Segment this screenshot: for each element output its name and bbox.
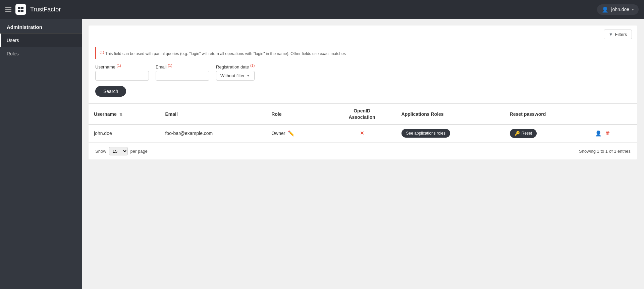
brand-name: TrustFactor xyxy=(30,6,61,13)
svg-rect-0 xyxy=(18,7,20,9)
hamburger-icon[interactable] xyxy=(5,7,11,12)
filters-button[interactable]: ▼ Filters xyxy=(604,30,632,39)
cell-openid: ✕ xyxy=(328,125,396,142)
chevron-down-icon: ▾ xyxy=(632,7,634,12)
show-label: Show xyxy=(95,149,106,154)
cell-app-roles: See applications roles xyxy=(396,125,504,142)
username-label: Username (1) xyxy=(95,63,149,69)
date-filter-dropdown[interactable]: Without filter ▾ xyxy=(216,71,255,81)
col-role: Role xyxy=(266,104,328,125)
svg-rect-1 xyxy=(21,7,23,9)
date-filter-value: Without filter xyxy=(220,73,245,78)
table-footer: Show 15 25 50 100 per page Showing 1 to … xyxy=(89,143,637,159)
user-menu[interactable]: 👤 john.doe ▾ xyxy=(597,4,639,15)
filters-button-label: Filters xyxy=(615,32,627,37)
table-container: Username ⇅ Email Role OpenIDAssociation xyxy=(89,103,637,142)
cell-email: foo-bar@example.com xyxy=(160,125,266,142)
navbar-left: TrustFactor xyxy=(5,4,61,15)
email-superscript: (1) xyxy=(168,63,172,67)
remove-user-icon[interactable]: 👤 xyxy=(595,130,602,137)
brand-logo xyxy=(15,4,26,15)
filter-form-row: Username (1) Email (1) xyxy=(95,63,631,81)
per-page-control: Show 15 25 50 100 per page xyxy=(95,147,148,155)
cell-username: john.doe xyxy=(89,125,160,142)
see-applications-roles-button[interactable]: See applications roles xyxy=(401,129,450,138)
col-actions xyxy=(590,104,637,125)
reset-password-button[interactable]: 🔑 Reset xyxy=(510,129,537,138)
user-menu-label: john.doe xyxy=(611,7,629,12)
col-reset-password: Reset password xyxy=(504,104,590,125)
username-input[interactable] xyxy=(95,71,149,81)
search-button[interactable]: Search xyxy=(95,86,126,97)
edit-role-icon[interactable]: ✏️ xyxy=(288,130,294,137)
table-header-row: Username ⇅ Email Role OpenIDAssociation xyxy=(89,104,637,125)
hint-text: (1) This field can be used with partial … xyxy=(95,47,631,59)
app-body: Administration Users Roles ▼ Filters (1)… xyxy=(0,19,644,289)
per-page-label: per page xyxy=(130,149,148,154)
col-app-roles: Applications Roles xyxy=(396,104,504,125)
filters-button-container: ▼ Filters xyxy=(89,26,637,39)
svg-rect-2 xyxy=(18,10,20,12)
filter-card: ▼ Filters (1) This field can be used wit… xyxy=(89,26,637,142)
cell-reset-password: 🔑 Reset xyxy=(504,125,590,142)
email-input[interactable] xyxy=(156,71,209,81)
svg-rect-3 xyxy=(21,10,23,12)
col-openid: OpenIDAssociation xyxy=(328,104,396,125)
sidebar: Administration Users Roles xyxy=(0,19,82,289)
username-group: Username (1) xyxy=(95,63,149,81)
delete-user-icon[interactable]: 🗑 xyxy=(605,130,610,136)
registration-date-superscript: (1) xyxy=(250,63,255,67)
sidebar-section-title: Administration xyxy=(0,19,82,34)
user-avatar-icon: 👤 xyxy=(602,6,608,13)
registration-date-group: Registration date (1) Without filter ▾ xyxy=(216,63,255,81)
key-icon: 🔑 xyxy=(515,131,520,136)
cell-role: Owner ✏️ xyxy=(266,125,328,142)
col-email: Email xyxy=(160,104,266,125)
sidebar-item-users-label: Users xyxy=(7,38,19,43)
col-username: Username ⇅ xyxy=(89,104,160,125)
filter-icon: ▼ xyxy=(609,32,613,37)
filter-panel: (1) This field can be used with partial … xyxy=(89,42,637,103)
sidebar-item-users[interactable]: Users xyxy=(0,34,82,47)
email-group: Email (1) xyxy=(156,63,209,81)
openid-x-icon[interactable]: ✕ xyxy=(360,130,364,136)
table-row: john.doe foo-bar@example.com Owner ✏️ xyxy=(89,125,637,142)
registration-date-label: Registration date (1) xyxy=(216,63,255,69)
hint-message: This field can be used with partial quer… xyxy=(105,51,346,56)
entries-info: Showing 1 to 1 of 1 entries xyxy=(579,149,631,154)
username-superscript: (1) xyxy=(117,63,121,67)
navbar-right: 👤 john.doe ▾ xyxy=(597,4,639,15)
sidebar-item-roles[interactable]: Roles xyxy=(0,47,82,60)
users-table: Username ⇅ Email Role OpenIDAssociation xyxy=(89,103,637,142)
dropdown-caret-icon: ▾ xyxy=(247,74,249,78)
navbar: TrustFactor 👤 john.doe ▾ xyxy=(0,0,644,19)
main-content: ▼ Filters (1) This field can be used wit… xyxy=(82,19,644,289)
hint-superscript: (1) xyxy=(100,50,104,54)
sort-icon-username[interactable]: ⇅ xyxy=(119,112,122,116)
sidebar-item-roles-label: Roles xyxy=(7,51,19,56)
cell-row-actions: 👤 🗑 xyxy=(590,125,637,142)
email-label: Email (1) xyxy=(156,63,209,69)
per-page-select[interactable]: 15 25 50 100 xyxy=(109,147,128,155)
